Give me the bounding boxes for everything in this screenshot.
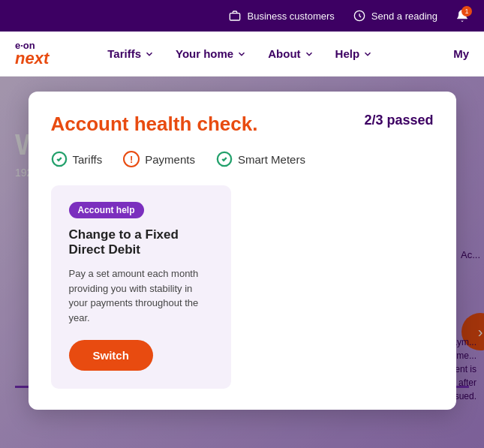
nav-tariffs-label: Tariffs — [107, 47, 141, 60]
health-items-row: Tariffs ! Payments Smart Meters — [51, 151, 434, 167]
nav-about-label: About — [268, 47, 300, 60]
switch-button[interactable]: Switch — [69, 340, 153, 371]
check-tariffs-icon — [51, 151, 68, 167]
chevron-down-icon-4 — [362, 49, 373, 59]
nav-help-label: Help — [335, 47, 360, 60]
nav-my-label: My — [453, 47, 469, 60]
health-item-smart-meters: Smart Meters — [216, 151, 305, 167]
health-item-payments: ! Payments — [123, 151, 195, 167]
business-customers-link[interactable]: Business customers — [228, 9, 334, 23]
send-reading-link[interactable]: Send a reading — [353, 9, 437, 23]
nav-my[interactable]: My — [453, 47, 469, 60]
warning-payments-icon: ! — [123, 151, 140, 167]
notification-count: 1 — [461, 6, 472, 17]
notification-bell[interactable]: 1 — [455, 9, 469, 23]
modal-passed: 2/3 passed — [364, 113, 433, 128]
smart-meters-label: Smart Meters — [238, 153, 305, 166]
card-badge: Account help — [69, 202, 144, 218]
top-bar: Business customers Send a reading 1 — [0, 0, 484, 32]
health-item-tariffs: Tariffs — [51, 151, 103, 167]
briefcase-icon — [228, 9, 242, 23]
nav-your-home[interactable]: Your home — [168, 47, 254, 60]
payments-label: Payments — [145, 153, 195, 166]
nav-about[interactable]: About — [260, 47, 321, 60]
nav-your-home-label: Your home — [176, 47, 233, 60]
send-reading-label: Send a reading — [371, 11, 437, 22]
modal-header: Account health check. 2/3 passed — [51, 113, 434, 136]
business-customers-label: Business customers — [247, 11, 334, 22]
nav-tariffs[interactable]: Tariffs — [100, 47, 162, 60]
card-description: Pay a set amount each month providing yo… — [69, 266, 213, 325]
check-smart-meters-icon — [216, 151, 233, 167]
svg-rect-0 — [230, 14, 240, 20]
main-background: Wo... 192 G... Ac... › t paym... payme..… — [0, 77, 484, 448]
tariffs-label: Tariffs — [73, 153, 103, 166]
card-title: Change to a Fixed Direct Debit — [69, 227, 213, 257]
nav-bar: e·on next Tariffs Your home About Help M… — [0, 32, 484, 77]
meter-icon — [353, 9, 366, 23]
modal-title: Account health check. — [51, 113, 258, 136]
health-check-modal: Account health check. 2/3 passed Tariffs… — [29, 92, 456, 410]
recommendation-card: Account help Change to a Fixed Direct De… — [51, 185, 231, 389]
logo-next: next — [15, 50, 49, 67]
chevron-down-icon-2 — [236, 49, 247, 59]
chevron-down-icon — [144, 49, 155, 59]
logo[interactable]: e·on next — [15, 41, 49, 67]
nav-help[interactable]: Help — [328, 47, 381, 60]
modal-overlay: Account health check. 2/3 passed Tariffs… — [0, 77, 484, 448]
chevron-down-icon-3 — [304, 49, 314, 59]
